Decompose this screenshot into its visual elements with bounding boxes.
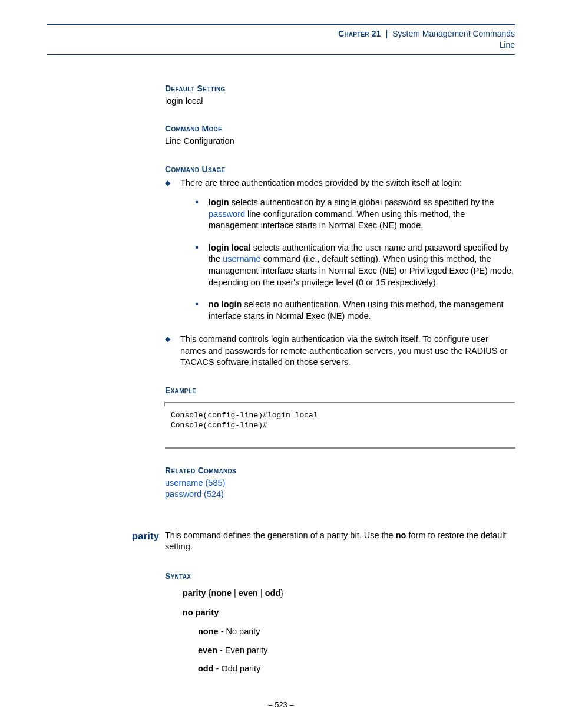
section-default-setting: Default Setting <box>165 83 515 94</box>
usage-bullet-2: ◆ This command controls login authentica… <box>165 334 515 368</box>
usage-intro: There are three authentication modes pro… <box>180 178 462 187</box>
usage-sub-no-login: ■ no login selects no authentication. Wh… <box>196 299 515 322</box>
example-code-block: Console(config-line)#login local Console… <box>165 402 515 449</box>
syntax-opt-odd: odd - Odd parity <box>198 663 515 675</box>
syntax-no-parity: no parity <box>183 607 515 619</box>
square-icon: ■ <box>196 197 209 232</box>
page-header: Chapter 21 | System Management Commands … <box>0 0 562 55</box>
section-syntax: Syntax <box>165 571 515 582</box>
usage-second-text: This command controls login authenticati… <box>180 334 515 368</box>
header-sub: Line <box>500 40 515 50</box>
syntax-parity: parity {none | even | odd} <box>183 588 515 599</box>
square-icon: ■ <box>196 242 209 288</box>
page-number: – 523 – <box>0 700 562 710</box>
kw-login-local: login local <box>209 243 251 252</box>
usage-bullet-1: ◆ There are three authentication modes p… <box>165 177 515 322</box>
command-mode-text: Line Configuration <box>165 136 515 147</box>
section-command-usage: Command Usage <box>165 164 515 175</box>
command-name-parity: parity <box>47 530 165 543</box>
kw-no-login: no login <box>209 299 242 309</box>
square-icon: ■ <box>196 299 209 322</box>
link-username[interactable]: username (585) <box>165 478 225 487</box>
link-password-inline[interactable]: password <box>209 209 245 219</box>
diamond-icon: ◆ <box>165 177 180 322</box>
section-command-mode: Command Mode <box>165 123 515 134</box>
chapter-title: System Management Commands <box>392 29 515 38</box>
section-related-commands: Related Commands <box>165 465 515 476</box>
chapter-label: Chapter 21 <box>338 29 381 38</box>
command-parity: parity This command defines the generati… <box>47 530 515 675</box>
kw-login: login <box>209 197 229 207</box>
default-setting-text: login local <box>165 95 515 107</box>
diamond-icon: ◆ <box>165 334 180 368</box>
link-password[interactable]: password (524) <box>165 489 224 499</box>
usage-sub-login-local: ■ login local selects authentication via… <box>196 242 515 288</box>
section-example: Example <box>165 385 515 396</box>
usage-sub-login: ■ login selects authentication by a sing… <box>196 197 515 232</box>
header-divider: | <box>384 29 391 38</box>
link-username-inline[interactable]: username <box>223 254 260 263</box>
syntax-opt-even: even - Even parity <box>198 645 515 657</box>
syntax-opt-none: none - No parity <box>198 626 515 638</box>
